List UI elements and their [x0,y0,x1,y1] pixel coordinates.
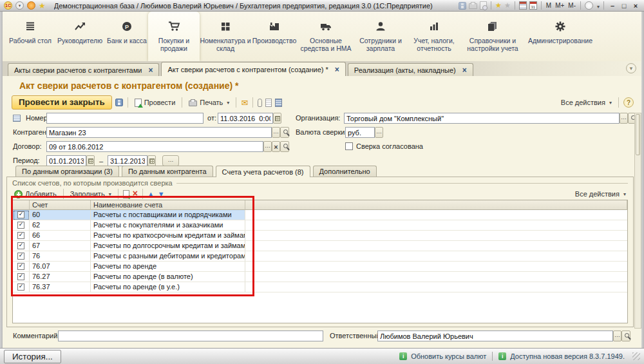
table-row[interactable]: 76.27 Расчеты по аренде (в валюте) [13,272,627,282]
add-favorite-icon[interactable]: ★ [495,2,502,9]
table-all-actions-button[interactable]: Все действия [573,189,628,198]
fill-menu-button[interactable]: Заполнить [68,189,113,198]
date-calendar-button[interactable] [273,113,281,124]
form-scrollbar[interactable] [634,113,641,329]
tab-close-icon[interactable]: × [335,66,339,73]
memory-mplus-button[interactable]: M+ [554,2,565,9]
currency-input[interactable] [345,127,375,138]
row-checkbox[interactable] [17,263,24,270]
table-row[interactable]: 66 Расчеты по краткосрочным кредитам и з… [13,231,627,241]
attachment-icon[interactable] [258,99,262,107]
section-purchases-sales[interactable]: Покупки и продажи [148,12,200,61]
home-button[interactable] [27,1,35,10]
contractor-input[interactable] [46,127,272,138]
row-checkbox[interactable] [17,283,24,291]
section-warehouse[interactable]: Номенклатура и склад [200,12,251,61]
save-document-icon[interactable] [115,99,123,106]
period-to-input[interactable] [108,155,147,166]
subtab-additional[interactable]: Дополнительно [313,166,377,177]
table-row[interactable]: 76.37 Расчеты по аренде (в у.е.) [13,282,627,292]
table-row[interactable]: 67 Расчеты по долгосрочным кредитам и за… [13,241,627,251]
resize-grip[interactable] [632,352,640,360]
table-row[interactable]: 62 Расчеты с покупателями и заказчиками [13,220,627,231]
tab-sales[interactable]: Реализация (акты, накладные) × [348,63,473,76]
main-menu-button[interactable]: ▾ [15,1,24,10]
memory-mminus-button[interactable]: M- [567,2,576,9]
contract-input[interactable] [46,141,263,152]
tab-close-icon[interactable]: × [148,66,153,74]
contract-open-button[interactable] [280,141,289,152]
new-version-link[interactable]: Доступна новая версия 8.3.7.1949. [510,352,625,360]
reconciliation-agreed-checkbox[interactable] [345,142,353,150]
maximize-button[interactable] [620,2,629,10]
currency-select-button[interactable] [375,127,383,138]
subtab-by-organization[interactable]: По данным организации (3) [15,166,119,177]
period-choose-button[interactable] [162,155,179,166]
print-menu-button[interactable]: Печать [187,98,231,107]
scrollbar-thumb[interactable] [636,114,640,155]
email-icon[interactable] [241,99,248,107]
section-references[interactable]: Справочники и настройки учета [461,12,524,61]
subtab-accounts[interactable]: Счета учета расчетов (8) [216,166,310,177]
number-input[interactable] [46,113,204,124]
favorites-list-icon[interactable]: ★ [504,2,511,9]
tab-close-icon[interactable]: × [462,66,467,74]
section-employees[interactable]: Сотрудники и зарплата [354,12,407,61]
date-input[interactable] [218,113,273,124]
row-checkbox[interactable] [17,232,24,239]
post-button[interactable]: Провести [133,98,178,108]
all-actions-button[interactable]: Все действия [559,98,614,107]
organization-select-button[interactable] [620,113,628,124]
contractor-open-button[interactable] [280,127,289,138]
post-and-close-button[interactable]: Провести и закрыть [12,95,112,110]
favorites-star-icon[interactable]: ★ [39,2,46,10]
calculator-icon[interactable] [519,1,527,10]
row-checkbox[interactable] [17,242,24,249]
organization-input[interactable] [344,113,620,124]
print-preview-icon[interactable] [480,1,487,10]
tab-list-dropdown-button[interactable]: ▼ [626,63,636,73]
contractor-select-button[interactable] [272,127,280,138]
history-button[interactable]: История... [4,350,61,363]
comment-input[interactable] [58,330,323,341]
section-fixed-assets[interactable]: Основные средства и НМА [298,12,354,61]
subtab-by-contractor[interactable]: По данным контрагента [122,166,213,177]
period-from-calendar-button[interactable] [86,155,95,166]
row-checkbox[interactable] [17,273,24,280]
period-from-input[interactable] [46,155,86,166]
section-desktop[interactable]: Рабочий стол [6,12,54,61]
table-row[interactable]: 76.07 Расчеты по аренде [13,262,627,272]
delete-row-icon[interactable]: × [133,189,138,198]
period-to-calendar-button[interactable] [147,155,156,166]
responsible-select-button[interactable] [613,330,621,341]
responsible-open-button[interactable] [621,330,630,341]
row-checkbox[interactable] [17,222,24,229]
add-row-button[interactable]: Добавить [12,189,59,199]
section-administration[interactable]: Администрирование [524,12,596,61]
tab-act-create[interactable]: Акт сверки расчетов с контрагентом (созд… [161,62,345,76]
update-rates-link[interactable]: Обновить курсы валют [411,352,486,360]
section-manager[interactable]: Руководителю [54,12,106,61]
print-icon[interactable] [469,3,477,9]
section-reports[interactable]: Учет, налоги, отчетность [407,12,461,61]
section-production[interactable]: Производство [251,12,298,61]
info-icon[interactable] [585,1,593,10]
number-settings-icon[interactable] [13,115,21,122]
close-button[interactable] [631,2,640,10]
calendar-icon[interactable] [529,1,537,10]
contract-clear-button[interactable] [272,141,280,152]
document-structure-icon[interactable] [275,99,282,107]
tab-acts-list[interactable]: Акты сверки расчетов с контрагентами × [8,63,159,76]
row-checkbox[interactable] [17,211,24,218]
help-button[interactable]: ? [623,97,634,108]
table-row[interactable]: 60 Расчеты с поставщиками и подрядчиками [13,210,627,220]
row-checkbox[interactable] [17,253,24,260]
copy-row-icon[interactable] [123,190,129,198]
table-row[interactable]: 76 Расчеты с разными дебиторами и кредит… [13,251,627,262]
contract-select-button[interactable] [263,141,272,152]
save-icon[interactable] [459,2,466,10]
section-bank[interactable]: Р Банк и касса [106,12,148,61]
move-up-icon[interactable]: ▲ [147,190,155,198]
responsible-input[interactable] [377,330,613,341]
memory-m-button[interactable]: M [545,2,552,9]
